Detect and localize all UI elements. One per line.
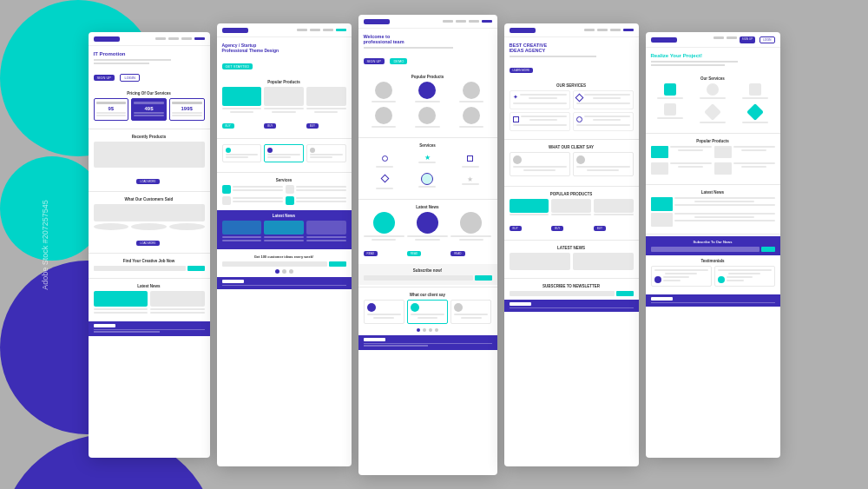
card1-testimonials: What Our Customers Said LOAD MORE xyxy=(89,194,210,251)
card2-services: Services xyxy=(217,175,352,210)
wireframe-card-2: Agency / StartupProfessional Theme Desig… xyxy=(217,23,352,466)
card4-hero: BEST CREATIVEIDEAS AGENCY LEARN MORE xyxy=(504,37,639,80)
card2-newsletter: Get 100 customer ideas every week! xyxy=(217,251,352,277)
card2-products: Popular Products BUY BUY xyxy=(217,76,352,136)
card2-testimonials xyxy=(217,141,352,170)
card4-footer xyxy=(504,300,639,313)
card3-logo xyxy=(364,19,390,24)
card4-news: LATEST NEWS xyxy=(504,242,639,276)
card1-news: Latest News xyxy=(89,281,210,321)
card4-title: BEST CREATIVEIDEAS AGENCY xyxy=(510,43,634,54)
card2-title: Agency / StartupProfessional Theme Desig… xyxy=(222,43,346,53)
card4-subscribe: SUBSCRIBE TO NEWSLETTER xyxy=(504,281,639,300)
card5-testimonials: Testimonials xyxy=(646,255,780,294)
card3-footer xyxy=(358,335,497,350)
card2-logo xyxy=(222,28,248,33)
card5-products: Popular Products xyxy=(646,135,780,182)
card4-products: POPULAR PRODUCTS BUY BUY BUY xyxy=(504,188,639,238)
card3-title: Welcome toprofessional team xyxy=(364,34,492,45)
card4-nav xyxy=(584,29,634,31)
card4-header xyxy=(504,23,639,37)
card5-footer xyxy=(646,294,780,307)
card5-nav: SIGN UP LOGIN xyxy=(713,36,775,43)
card3-subscribe: Subscribe now! xyxy=(358,264,497,285)
card4-logo xyxy=(510,28,536,33)
card4-services: OUR SERVICES ✦ xyxy=(504,80,639,137)
card2-hero: Agency / StartupProfessional Theme Desig… xyxy=(217,37,352,76)
card1-header xyxy=(89,32,210,46)
card3-services: Services ★ xyxy=(358,140,497,197)
card1-pricing: Pricing Of Our Services 9$ 49$ 199$ xyxy=(89,88,210,127)
card1-products: Recently Products LOAD MORE xyxy=(89,131,210,189)
card1-nav xyxy=(155,37,205,40)
card3-news: Latest News READ READ xyxy=(358,202,497,264)
card5-header: SIGN UP LOGIN xyxy=(646,32,780,48)
card2-header xyxy=(217,23,352,37)
card5-title: Realize Your Project! xyxy=(651,53,775,59)
wireframes-container: IT Promotion SIGN UP LOGIN Pricing Of Ou… xyxy=(0,0,868,489)
card4-clients: WHAT OUR CLIENT SAY xyxy=(504,142,639,184)
card2-footer xyxy=(217,277,352,290)
card5-news: Latest News xyxy=(646,187,780,232)
card3-clients: What our client say xyxy=(358,289,497,335)
card5-hero: Realize Your Project! xyxy=(646,48,780,73)
card3-hero: Welcome toprofessional team SIGN UP DEMO xyxy=(358,29,497,71)
card5-logo xyxy=(651,37,677,43)
wireframe-card-4: BEST CREATIVEIDEAS AGENCY LEARN MORE OUR… xyxy=(504,23,639,466)
card5-subscribe: Subscribe To Our News xyxy=(646,236,780,255)
wireframe-card-1: IT Promotion SIGN UP LOGIN Pricing Of Ou… xyxy=(89,32,210,458)
card3-nav xyxy=(443,20,492,23)
card2-latestnews: Latest News xyxy=(217,210,352,249)
card1-hero: IT Promotion SIGN UP LOGIN xyxy=(89,46,210,88)
card1-title: IT Promotion xyxy=(94,51,205,57)
card3-products: Popular Products xyxy=(358,71,497,135)
wireframe-card-3: Welcome toprofessional team SIGN UP DEMO… xyxy=(358,15,497,475)
card1-footer xyxy=(89,321,210,336)
card3-header xyxy=(358,15,497,29)
wireframe-card-5: SIGN UP LOGIN Realize Your Project! Our … xyxy=(646,32,780,458)
card1-job: Find Your Creative Job Now xyxy=(89,255,210,276)
card1-logo xyxy=(94,36,120,42)
card5-services: Our Services xyxy=(646,73,780,131)
card2-nav xyxy=(297,29,346,31)
